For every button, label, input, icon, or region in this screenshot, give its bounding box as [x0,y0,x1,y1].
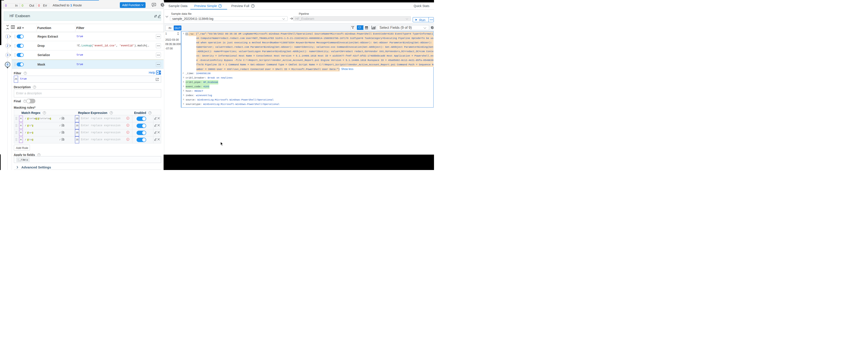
svg-text:?: ? [219,5,221,7]
svg-text:?: ? [159,71,161,74]
svg-text:?: ? [252,5,253,7]
